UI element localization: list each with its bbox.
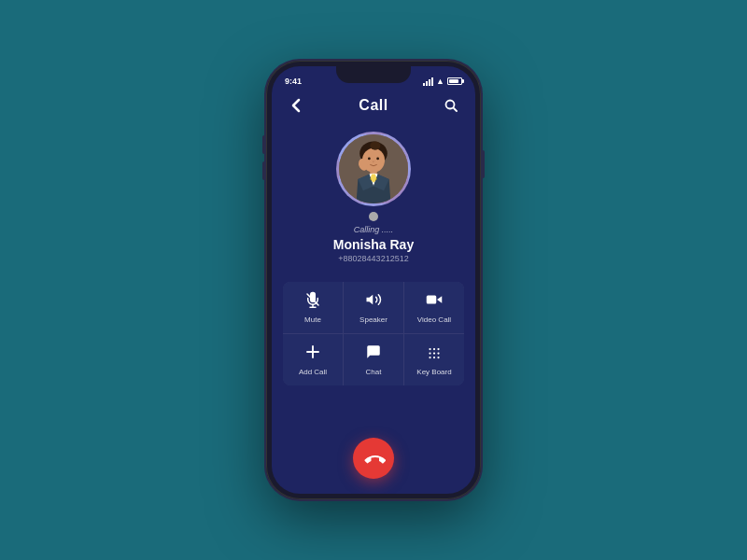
svg-marker-13 — [367, 295, 374, 305]
video-call-label: Video Call — [417, 315, 451, 324]
action-grid: Mute Speaker — [283, 282, 464, 385]
status-icons: ▲ — [423, 77, 462, 86]
chat-icon — [365, 343, 382, 364]
contact-name: Monisha Ray — [333, 237, 414, 252]
battery-icon — [447, 77, 462, 85]
avatar — [336, 132, 411, 206]
calling-status: Calling ..... — [354, 225, 394, 234]
svg-point-22 — [433, 352, 435, 354]
svg-point-21 — [429, 352, 430, 354]
mute-label: Mute — [304, 315, 321, 324]
back-button[interactable] — [285, 94, 307, 117]
wifi-icon: ▲ — [436, 77, 444, 86]
mute-icon — [304, 291, 321, 312]
svg-point-19 — [433, 348, 435, 350]
svg-point-26 — [437, 357, 439, 358]
svg-rect-14 — [427, 296, 437, 304]
svg-point-7 — [376, 158, 379, 161]
speaker-label: Speaker — [359, 315, 388, 324]
keyboard-icon — [426, 343, 443, 364]
svg-point-23 — [437, 352, 439, 354]
search-button[interactable] — [440, 94, 462, 117]
end-call-icon — [358, 442, 390, 475]
add-call-button[interactable]: Add Call — [283, 334, 343, 385]
video-call-button[interactable]: Video Call — [404, 282, 464, 333]
power-button — [482, 150, 485, 178]
phone-frame: 9:41 ▲ Call — [266, 61, 481, 499]
header: Call — [272, 91, 475, 124]
keyboard-label: Key Board — [416, 368, 451, 376]
svg-marker-15 — [437, 296, 442, 303]
status-time: 9:41 — [285, 77, 302, 86]
chat-label: Chat — [366, 368, 382, 376]
page-title: Call — [359, 97, 388, 114]
status-dot — [369, 212, 378, 221]
svg-point-6 — [368, 158, 371, 161]
svg-point-20 — [437, 348, 439, 350]
signal-icon — [423, 77, 433, 86]
svg-point-5 — [370, 141, 380, 149]
speaker-icon — [365, 291, 382, 312]
avatar-section: Calling ..... Monisha Ray +8802844321251… — [272, 124, 475, 274]
add-call-label: Add Call — [299, 368, 327, 376]
phone-screen: 9:41 ▲ Call — [272, 66, 475, 494]
contact-phone: +88028443212512 — [338, 254, 408, 263]
svg-point-18 — [429, 348, 430, 350]
add-call-icon — [304, 343, 321, 364]
svg-point-25 — [433, 357, 435, 358]
notch — [336, 66, 411, 83]
svg-point-0 — [446, 101, 455, 109]
speaker-button[interactable]: Speaker — [344, 282, 403, 333]
end-call-section — [272, 427, 475, 494]
keyboard-button[interactable]: Key Board — [404, 334, 464, 385]
volume-up-button — [262, 135, 265, 154]
video-call-icon — [426, 291, 443, 312]
svg-point-24 — [429, 357, 430, 358]
end-call-button[interactable] — [353, 438, 394, 479]
chat-button[interactable]: Chat — [344, 334, 403, 385]
volume-down-button — [262, 161, 265, 180]
mute-button[interactable]: Mute — [283, 282, 343, 333]
